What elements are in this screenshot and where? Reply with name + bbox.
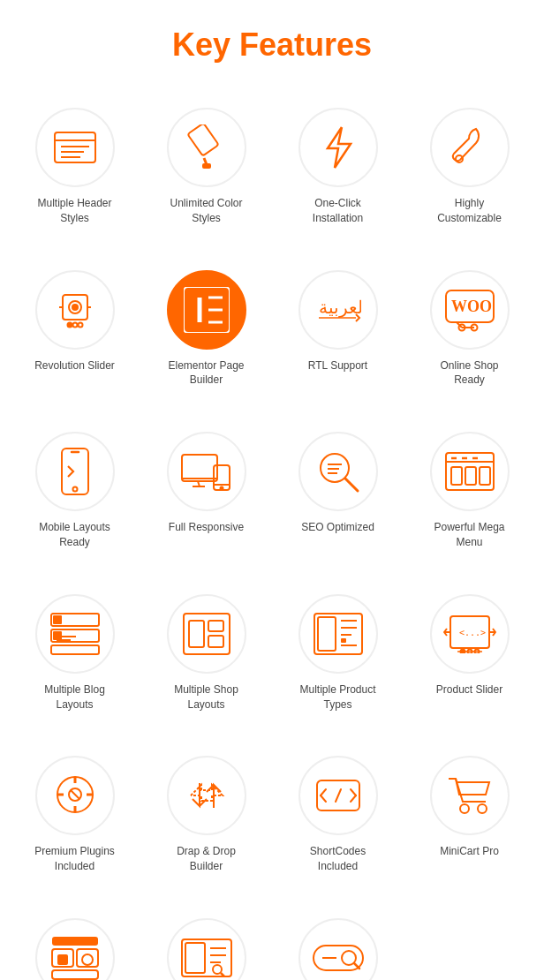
feature-item-multiple-blog-layouts: Multiple Blog Layouts [9,585,140,721]
features-grid: Multiple Header Styles Unlimited Color S… [9,99,535,980]
mobile-icon [35,432,115,511]
feature-item-minicart-pro: MiniCart Pro [404,747,535,883]
svg-point-93 [478,804,487,813]
svg-rect-101 [185,943,205,973]
minicart-icon [430,756,510,835]
svg-point-75 [460,649,465,653]
feature-item-seo-optimized: SEO Optimized [272,423,404,559]
svg-point-14 [67,322,72,327]
feature-item-mobile-layouts-ready: Mobile Layouts Ready [9,423,140,559]
svg-rect-99 [52,970,98,979]
svg-rect-57 [51,645,99,654]
svg-line-85 [71,790,79,799]
feature-label: MiniCart Pro [440,844,499,859]
svg-point-15 [72,322,77,327]
feature-label: Multiple Shop Layouts [162,682,251,712]
svg-line-89 [351,789,356,795]
svg-rect-33 [182,455,217,481]
svg-rect-98 [52,937,98,946]
productslider-icon: <...> [430,594,510,674]
responsive-icon [167,432,246,511]
feature-label: Highly Customizable [426,196,514,226]
feature-label: Revolution Slider [34,358,115,373]
feature-item-product-quick-view: Product Quick View [140,909,272,980]
feature-label: Multiple Product Types [294,682,382,712]
svg-rect-70 [341,638,346,643]
svg-rect-58 [53,615,62,624]
feature-item-elementor-page-builder: Elementor Page Builder [140,261,272,397]
dragdrop-icon [167,756,246,835]
feature-item-multiple-header-styles: Multiple Header Styles [9,99,140,235]
svg-line-91 [336,789,341,802]
svg-line-90 [351,795,356,802]
megamenu-icon [430,432,510,511]
feature-label: Drap & Drop Builder [162,844,251,874]
feature-label: Online Shop Ready [426,358,514,388]
elementor-icon [167,270,246,350]
feature-item-multiple-shop-layouts: Multiple Shop Layouts [140,585,272,721]
feature-item-highly-customizable: Highly Customizable [404,99,535,235]
paint-icon [167,108,246,187]
feature-label: Unlimited Color Styles [162,196,251,226]
blog-icon [35,594,115,674]
svg-point-16 [78,322,82,327]
svg-rect-95 [57,954,68,965]
svg-rect-59 [53,631,62,640]
product-icon [298,594,378,674]
svg-rect-17 [184,287,230,333]
svg-rect-5 [187,124,218,156]
feature-item-product-slider: <...> Product Slider [404,585,535,721]
feature-label: One-Click Installation [294,196,382,226]
swatches-icon [35,918,115,980]
woo-icon: WOO [430,270,510,350]
feature-item-color-image-swatches: Color & Image Swatches [9,909,140,980]
feature-label: Premium Plugins Included [31,844,119,874]
feature-item-revolution-slider: Revolution Slider [9,261,140,397]
svg-line-88 [321,795,326,802]
bolt-icon [298,108,378,187]
feature-item-shortcodes-included: ShortCodes Included [272,747,404,883]
feature-label: RTL Support [308,358,367,373]
feature-item-drag-drop-builder: Drap & Drop Builder [140,747,272,883]
wrench-icon [430,108,510,187]
plugin-icon [35,756,115,835]
feature-item-online-shop-ready: WOO Online Shop Ready [404,261,535,397]
feature-item-powerful-mega-menu: Powerful Mega Menu [404,423,535,559]
svg-rect-7 [202,163,211,169]
seo-icon [298,432,378,511]
feature-label: Product Slider [436,682,502,697]
feature-item-one-click-installation: One-Click Installation [272,99,404,235]
feature-label: Mobile Layouts Ready [31,520,119,550]
svg-point-32 [72,487,77,492]
feature-label: SEO Optimized [301,520,374,535]
feature-label: Multiple Blog Layouts [31,682,119,712]
slider-icon [35,270,115,350]
feature-item-multiple-product-types: Multiple Product Types [272,585,404,721]
svg-rect-49 [480,467,490,485]
svg-rect-100 [182,939,231,976]
quickview-icon [167,918,246,980]
svg-rect-47 [451,467,462,485]
shop-icon [167,594,246,674]
rtl-icon: العربية [298,270,378,350]
page-title: Key Features [9,18,535,72]
feature-label: Powerful Mega Menu [426,520,514,550]
svg-point-105 [213,965,222,974]
feature-item-premium-plugins-included: Premium Plugins Included [9,747,140,883]
feature-label: ShortCodes Included [294,844,382,874]
feature-label: Elementor Page Builder [162,358,251,388]
feature-label: Full Responsive [169,520,244,535]
svg-line-41 [345,479,358,491]
feature-item-product-ajax-live-search: Product AJAX Live Search [272,909,404,980]
svg-line-87 [321,789,326,795]
svg-rect-60 [184,614,230,654]
svg-text:WOO: WOO [451,298,492,315]
feature-item-unlimited-color-styles: Unlimited Color Styles [140,99,272,235]
svg-point-11 [72,305,78,310]
svg-point-92 [460,804,469,813]
svg-rect-48 [465,467,476,485]
svg-rect-65 [318,617,336,651]
svg-point-39 [220,487,223,490]
feature-item-rtl-support: العربية RTL Support [272,261,404,397]
svg-text:العربية: العربية [319,298,361,318]
